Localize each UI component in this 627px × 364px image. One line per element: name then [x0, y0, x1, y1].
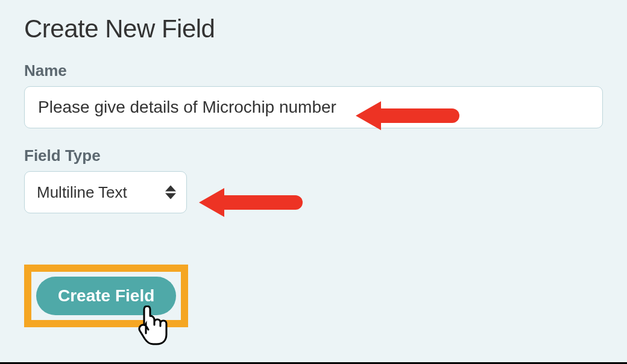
field-type-select[interactable]: Multiline Text — [24, 171, 187, 213]
field-type-group: Field Type Multiline Text — [24, 146, 603, 213]
name-input[interactable] — [24, 86, 603, 128]
name-label: Name — [24, 61, 603, 80]
annotation-arrow-icon — [356, 101, 459, 130]
name-field-group: Name — [24, 61, 603, 128]
field-type-label: Field Type — [24, 146, 603, 165]
annotation-arrow-icon — [199, 188, 303, 217]
page-title: Create New Field — [24, 14, 603, 43]
button-highlight-box: Create Field — [24, 265, 188, 327]
create-field-button[interactable]: Create Field — [36, 277, 176, 315]
